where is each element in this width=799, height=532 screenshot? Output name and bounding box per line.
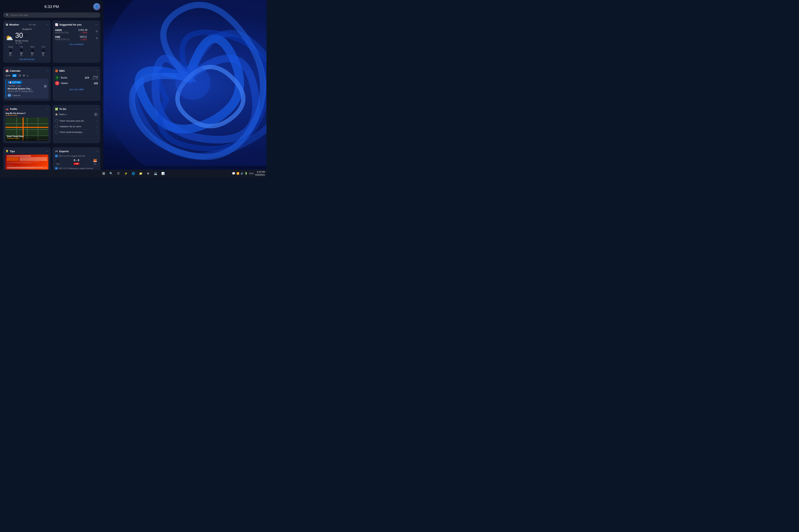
user-avatar[interactable]: 👤 [93, 3, 100, 10]
battery-icon[interactable]: 🔋 [244, 172, 248, 175]
stock-amzn-add-btn[interactable]: ⊕ [95, 30, 98, 33]
todo-star-1[interactable]: ☆ [96, 119, 98, 122]
panel-header: 6:33 PM 👤 [3, 3, 100, 10]
traffic-widget: 🚗 Traffic ··· Ang Mo Kio Avenue 3 Modera… [3, 105, 51, 143]
chevron-down-icon: ▾ [66, 113, 67, 116]
esports-team-vs: 🦊 VS [92, 158, 98, 165]
calendar-title: 📅 Calendar [5, 69, 21, 72]
esports-widget: 🎮 Esports ··· L 2021 LoL Pro League Summ… [53, 147, 100, 170]
edge-btn[interactable]: 🌐 [130, 170, 137, 176]
esports-league-2-logo: L [55, 167, 58, 170]
terminal-btn[interactable]: 📊 [160, 170, 166, 176]
esports-league-1-logo: L [55, 154, 58, 157]
calendar-icon: 📅 [5, 69, 8, 72]
calendar-event: ⏰ in 27 min 7:00 PM · 2 hrs Microsoft Su… [5, 79, 48, 99]
weather-main: ⛅ 30 °C Mostly cloudy ▼ 22% [5, 31, 48, 44]
search-bar[interactable]: 🔍 [3, 13, 100, 18]
todo-widget: ✅ To Do ··· 🏠 Tasks ▾ + Patch new,open,s… [53, 105, 100, 143]
esports-header: 🎮 Esports ··· [55, 150, 98, 153]
todo-item-1: Patch new,open,save,edi... ☆ [55, 118, 98, 124]
esports-league-1-name: L 2021 LoL Pro League Summer [55, 154, 98, 157]
attendee-name: Lukas Hu [12, 94, 20, 96]
weather-humidity: ▼ 22% [15, 42, 28, 44]
todo-text-3: Patch install bootstrapp... [60, 131, 94, 133]
stock-gme-add-btn[interactable]: ⊕ [95, 36, 98, 40]
tips-widget: 💡 Tips ··· 139 9:50 [3, 147, 51, 170]
event-title: Microsoft Suzhou Toa... [7, 88, 34, 90]
bottom-widgets-row: 💡 Tips ··· 139 9:50 [3, 147, 100, 170]
todo-star-2[interactable]: ☆ [96, 125, 98, 128]
start-button[interactable]: ⊞ [101, 170, 107, 176]
traffic-road2: Bukit Timah Road [7, 135, 47, 137]
tips-thumbnail[interactable]: 139 9:50 [5, 154, 48, 170]
go-watchlist-link[interactable]: Go to watchlist [55, 43, 98, 45]
svg-point-1 [175, 65, 211, 100]
stocks-title: 📈 Suggested for you [55, 23, 81, 26]
forecast-today: Today 🌤 32° 26° [5, 46, 16, 57]
weather-more-btn[interactable]: ··· [46, 23, 48, 26]
traffic-road1: Ang Mo Kio Avenue 3 [5, 112, 48, 114]
todo-more-btn[interactable]: ··· [95, 107, 98, 111]
taskbar-right: 💬 📶 🔊 🔋 ENG 6:33 PM 6/28/2021 [232, 171, 265, 176]
esports-match-1: ⚔ RW 0 - 0 LIVE 🦊 VS [55, 158, 98, 165]
stock-amzn: AMZN AMAZON.COM... 3,401.46 -1.38% ⊕ [55, 28, 98, 35]
stocks-header: 📈 Suggested for you ··· [55, 23, 98, 26]
weather-updated: 6m ago [29, 23, 36, 26]
forecast-tue: Tue 🌧 29° 26° [16, 46, 26, 57]
tips-icon: 💡 [5, 150, 8, 153]
third-widgets-row: 🚗 Traffic ··· Ang Mo Kio Avenue 3 Modera… [3, 105, 100, 145]
esports-league-2: L 2021 LCX Challengers League Summer 🐉 R… [55, 167, 98, 170]
event-attendee: LH Lukas Hu [7, 94, 47, 97]
weather-unit: °C [24, 34, 27, 37]
wechat-icon[interactable]: 💬 [232, 172, 235, 175]
event-location: Suzhou SIP 1F Garage (Besi... [7, 90, 34, 92]
nba-header: 🏀 NBA ··· [55, 69, 98, 73]
stocks-more-btn[interactable]: ··· [95, 23, 98, 26]
weather-widget: 🌤 Weather 6m ago ··· Singapore ⛅ 30 °C M… [3, 20, 51, 63]
taskbar-center: ⊞ 🔍 🗒 ⚡ 🌐 📁 ⚙ 💻 📊 [101, 170, 166, 176]
todo-star-3[interactable]: ☆ [96, 131, 98, 133]
calendar-more-btn[interactable]: ··· [46, 69, 48, 73]
hawks-logo: H [55, 81, 59, 86]
todo-check-1[interactable] [55, 119, 58, 122]
language-indicator: ENG [249, 172, 254, 175]
weather-description: Mostly cloudy [15, 40, 28, 42]
calendar-next-btn[interactable]: ∨ [27, 74, 29, 77]
todo-tasks-header: 🏠 Tasks ▾ + [55, 112, 98, 116]
event-sync-btn[interactable]: 🔄 [44, 85, 47, 88]
weather-location: Singapore [5, 28, 48, 30]
search-taskbar-btn[interactable]: 🔍 [108, 170, 114, 176]
network-icon[interactable]: 📶 [236, 172, 239, 175]
traffic-more-btn[interactable]: ··· [46, 107, 48, 111]
see-more-nba-link[interactable]: See more NBA [55, 88, 98, 91]
vscode-btn[interactable]: 💻 [152, 170, 159, 176]
nba-team-bucks: B Bucks 113 Final Jun 28 [55, 75, 98, 80]
traffic-icon: 🚗 [5, 108, 8, 111]
see-full-forecast-link[interactable]: See full forecast [5, 58, 48, 60]
taskbar-time: 6:33 PM 6/28/2021 [255, 171, 265, 176]
nba-more-btn[interactable]: ··· [95, 69, 98, 73]
weather-condition-icon: ⛅ [5, 34, 13, 41]
todo-check-2[interactable] [55, 125, 58, 128]
explorer-btn[interactable]: 📁 [138, 170, 144, 176]
stocks-widget: 📈 Suggested for you ··· AMZN AMAZON.COM.… [53, 20, 100, 63]
todo-text-1: Patch new,open,save,edi... [60, 120, 94, 122]
volume-icon[interactable]: 🔊 [240, 172, 243, 175]
todo-add-btn[interactable]: + [94, 112, 98, 116]
widgets-btn[interactable]: ⚡ [123, 170, 129, 176]
stocks-icon: 📈 [55, 23, 58, 26]
settings-taskbar-btn[interactable]: ⚙ [145, 170, 151, 176]
tips-more-btn[interactable]: ··· [46, 150, 48, 153]
search-input[interactable] [11, 14, 97, 17]
second-widgets-row: 📅 Calendar ··· June 28 29 30 ∨ ⏰ in 27 m… [3, 66, 100, 103]
weather-header: 🌤 Weather 6m ago ··· [5, 23, 48, 26]
esports-score-1: 0 - 0 LIVE [74, 159, 79, 165]
live-badge-1: LIVE [74, 163, 79, 165]
task-view-btn[interactable]: 🗒 [115, 170, 122, 176]
traffic-map[interactable]: Bukit Timah Road Moderate traffic © 2021… [5, 117, 48, 141]
weather-temperature: 30 [15, 31, 23, 39]
search-icon: 🔍 [6, 14, 9, 17]
esports-league-1: L 2021 LoL Pro League Summer ⚔ RW 0 - 0 … [55, 154, 98, 165]
esports-more-btn[interactable]: ··· [95, 150, 98, 153]
todo-check-3[interactable] [55, 131, 58, 134]
